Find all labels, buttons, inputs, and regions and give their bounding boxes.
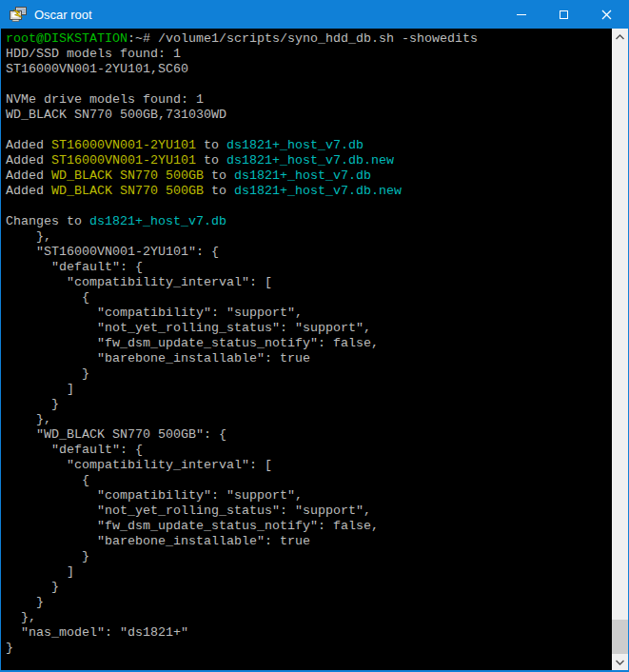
terminal-text-segment: }, (6, 229, 51, 244)
putty-window: Oscar root root@DISKSTATION:~# /volume1/… (0, 0, 629, 672)
terminal-line: }, (6, 412, 612, 427)
terminal-text-segment: "not_yet_rolling_status": "support", (6, 321, 371, 335)
terminal-text-segment: HDD/SSD models found: 1 (6, 47, 181, 61)
scrollbar-thumb[interactable] (612, 620, 628, 654)
terminal-line (6, 199, 612, 214)
terminal-text-segment: ] (6, 382, 74, 396)
terminal-text-segment: WD_BLACK SN770 500GB,731030WD (6, 108, 226, 122)
terminal-line: } (6, 366, 612, 382)
window-title: Oscar root (34, 8, 500, 22)
terminal-text-segment: } (6, 549, 89, 563)
terminal-line: "fw_dsm_update_status_notify": false, (6, 336, 612, 351)
terminal-text-segment: Added (6, 184, 51, 198)
terminal-text-segment: ST16000VN001-2YU101 (51, 138, 196, 152)
terminal-text-segment: "compatibility": "support", (6, 306, 303, 320)
terminal-line: "not_yet_rolling_status": "support", (6, 321, 612, 336)
terminal-line: "default": { (6, 260, 612, 275)
chevron-down-icon (616, 660, 624, 665)
terminal-text-segment: ds1821+_host_v7.db (226, 138, 364, 152)
terminal-text-segment: ds1821+_host_v7.db.new (226, 153, 394, 168)
terminal-line: { (6, 473, 612, 488)
terminal-text-segment: "default": { (6, 443, 143, 457)
terminal-line: "compatibility": "support", (6, 488, 612, 504)
terminal-text-segment: "compatibility_interval": [ (6, 458, 272, 472)
terminal-line: "compatibility_interval": [ (6, 458, 612, 473)
terminal-text-segment: } (6, 595, 44, 609)
terminal-text-segment: }, (6, 610, 36, 624)
maximize-icon (560, 10, 568, 19)
terminal-text-segment: Added (6, 138, 51, 152)
terminal-text-segment: } (6, 580, 59, 594)
terminal-line: ] (6, 382, 612, 397)
maximize-button[interactable] (542, 0, 585, 29)
terminal-line: } (6, 595, 612, 610)
minimize-button[interactable] (500, 0, 542, 29)
terminal-line: { (6, 290, 612, 306)
terminal-line: ST16000VN001-2YU101,SC60 (6, 62, 612, 77)
terminal-text-segment: ST16000VN001-2YU101 (51, 153, 196, 168)
scrollbar-down-button[interactable] (612, 654, 628, 670)
terminal-line: "barebone_installable": true (6, 351, 612, 366)
terminal-line: } (6, 580, 612, 595)
terminal-line: "barebone_installable": true (6, 534, 612, 549)
terminal-text-segment: to (204, 168, 234, 183)
chevron-up-icon (616, 34, 624, 40)
terminal-line (6, 123, 612, 138)
terminal-line: HDD/SSD models found: 1 (6, 47, 612, 62)
terminal-line: Added WD_BLACK SN770 500GB to ds1821+_ho… (6, 184, 612, 199)
terminal-text-segment: "barebone_installable": true (6, 534, 310, 548)
terminal-text-segment: "barebone_installable": true (6, 351, 310, 366)
terminal-line: } (6, 549, 612, 564)
terminal-line: }, (6, 610, 612, 625)
close-button[interactable] (585, 0, 628, 29)
titlebar[interactable]: Oscar root (1, 0, 628, 29)
terminal-line: "compatibility": "support", (6, 306, 612, 321)
terminal-line: "default": { (6, 443, 612, 458)
terminal-text-segment: "fw_dsm_update_status_notify": false, (6, 336, 379, 350)
terminal-text-segment: WD_BLACK SN770 500GB (51, 168, 204, 183)
terminal-text-segment: to (204, 184, 234, 198)
scrollbar[interactable] (612, 29, 628, 670)
terminal-line (6, 77, 612, 92)
window-controls (500, 0, 628, 29)
window-body: root@DISKSTATION:~# /volume1/scripts/syn… (1, 29, 628, 670)
terminal-line: "WD_BLACK SN770 500GB": { (6, 427, 612, 443)
terminal-text-segment: ds1821+_host_v7.db (89, 214, 226, 228)
terminal-text-segment: } (6, 397, 59, 411)
terminal-text-segment: ds1821+_host_v7.db (234, 168, 371, 183)
terminal-line: "compatibility_interval": [ (6, 275, 612, 290)
terminal-text-segment: "ST16000VN001-2YU101": { (6, 245, 219, 259)
terminal-line: "ST16000VN001-2YU101": { (6, 245, 612, 260)
terminal-text-segment: root@DISKSTATION (6, 31, 128, 46)
terminal-line: WD_BLACK SN770 500GB,731030WD (6, 108, 612, 123)
terminal-line: root@DISKSTATION:~# /volume1/scripts/syn… (6, 31, 612, 47)
minimize-icon (517, 14, 526, 15)
terminal-text-segment: :~# /volume1/scripts/syno_hdd_db.sh -sho… (128, 31, 478, 46)
terminal-text-segment: to (196, 138, 226, 152)
terminal-text-segment: ] (6, 564, 74, 579)
terminal-line: Added WD_BLACK SN770 500GB to ds1821+_ho… (6, 168, 612, 184)
terminal-line: "not_yet_rolling_status": "support", (6, 504, 612, 519)
terminal-text-segment: }, (6, 412, 51, 426)
terminal-text-segment: { (6, 473, 89, 487)
terminal-text-segment: Changes to (6, 214, 89, 228)
terminal-text-segment: "default": { (6, 260, 143, 274)
putty-icon[interactable] (9, 7, 28, 22)
terminal-output[interactable]: root@DISKSTATION:~# /volume1/scripts/syn… (1, 29, 612, 670)
scrollbar-track[interactable] (612, 45, 628, 654)
terminal-line: "fw_dsm_update_status_notify": false, (6, 519, 612, 534)
terminal-text-segment: ST16000VN001-2YU101,SC60 (6, 62, 188, 76)
scrollbar-up-button[interactable] (612, 29, 628, 45)
terminal-text-segment: "compatibility": "support", (6, 488, 303, 503)
terminal-text-segment: "not_yet_rolling_status": "support", (6, 504, 371, 518)
terminal-line: } (6, 641, 612, 656)
terminal-text-segment: "nas_model": "ds1821+" (6, 625, 188, 640)
close-icon (601, 10, 612, 20)
terminal-line: NVMe drive models found: 1 (6, 92, 612, 108)
terminal-text-segment: ds1821+_host_v7.db.new (234, 184, 402, 198)
terminal-line: } (6, 397, 612, 412)
terminal-line: ] (6, 564, 612, 580)
terminal-text-segment: "WD_BLACK SN770 500GB": { (6, 427, 226, 442)
terminal-text-segment: { (6, 290, 89, 305)
terminal-line: Added ST16000VN001-2YU101 to ds1821+_hos… (6, 153, 612, 168)
